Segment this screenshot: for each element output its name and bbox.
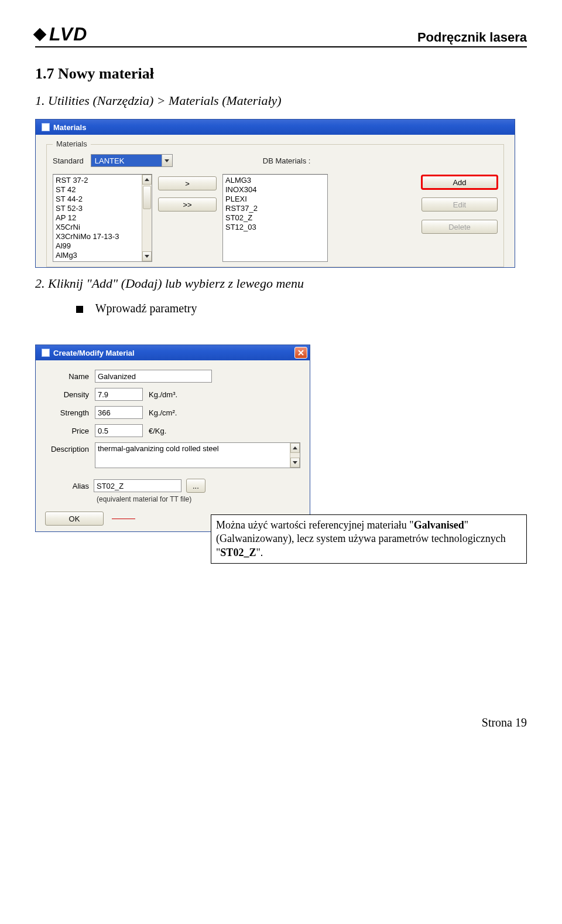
move-all-right-button[interactable]: >>	[158, 197, 217, 212]
bullet-row: Wprowadź parametry	[76, 302, 527, 315]
density-input[interactable]: 7.9	[95, 388, 143, 401]
left-materials-list[interactable]: RST 37-2 ST 42 ST 44-2 ST 52-3 AP 12 X5C…	[53, 174, 152, 262]
list-item[interactable]: ST 52-3	[56, 204, 139, 213]
price-label: Price	[45, 427, 89, 435]
alias-label: Alias	[45, 482, 89, 490]
chevron-down-icon[interactable]	[162, 155, 172, 166]
scroll-thumb[interactable]	[143, 186, 151, 209]
page-number: Strona 19	[35, 716, 527, 729]
list-item[interactable]: RST37_2	[225, 204, 325, 213]
logo-diamond-icon	[33, 28, 47, 41]
window-icon	[42, 349, 50, 357]
move-right-button[interactable]: >	[158, 176, 217, 190]
materials-groupbox: Materials Standard LANTEK DB Materials :…	[46, 144, 504, 267]
doc-title: Podręcznik lasera	[417, 30, 527, 45]
scroll-down-icon[interactable]	[290, 458, 300, 468]
list-item[interactable]: RST 37-2	[56, 176, 139, 185]
delete-button[interactable]: Delete	[422, 220, 498, 234]
window-icon	[42, 123, 50, 131]
equiv-note: (equivalent material for TT file)	[97, 495, 300, 503]
density-unit: Kg./dm³.	[149, 390, 177, 399]
alias-input[interactable]: ST02_Z	[94, 479, 181, 492]
list-item[interactable]: ST02_Z	[225, 213, 325, 223]
ok-button[interactable]: OK	[45, 512, 104, 526]
edit-button[interactable]: Edit	[422, 197, 498, 212]
standard-value: LANTEK	[91, 155, 162, 166]
callout-box: Można użyć wartości referencyjnej materi…	[211, 514, 527, 564]
materials-window: Materials Materials Standard LANTEK DB M…	[35, 119, 515, 268]
materials-titlebar: Materials	[36, 120, 515, 135]
name-input[interactable]: Galvanized	[95, 370, 212, 383]
list-item[interactable]: X5CrNi	[56, 223, 139, 232]
list-item[interactable]: ST 44-2	[56, 195, 139, 204]
list-item[interactable]: INOX304	[225, 185, 325, 195]
list-item[interactable]: ST12_03	[225, 223, 325, 232]
density-label: Density	[45, 390, 89, 399]
right-materials-list[interactable]: ALMG3 INOX304 PLEXI RST37_2 ST02_Z ST12_…	[222, 174, 328, 262]
step-2: 2. Kliknij "Add" (Dodaj) lub wybierz z l…	[35, 276, 527, 291]
list-item[interactable]: X3CrNiMo 17-13-3	[56, 232, 139, 241]
description-input[interactable]: thermal-galvanizing cold rolled steel	[95, 442, 300, 468]
list-item[interactable]: PLEXI	[225, 195, 325, 204]
scroll-up-icon[interactable]	[290, 443, 300, 453]
list-item[interactable]: ALMG3	[225, 176, 325, 185]
name-label: Name	[45, 372, 89, 381]
section-title: 1.7 Nowy materiał	[35, 65, 527, 83]
strength-label: Strength	[45, 408, 89, 417]
close-button[interactable]	[294, 347, 307, 359]
list-item[interactable]: Al99	[56, 241, 139, 251]
list-item[interactable]: ST 42	[56, 185, 139, 195]
scroll-up-icon[interactable]	[142, 175, 152, 185]
price-input[interactable]: 0.5	[95, 424, 143, 437]
strength-input[interactable]: 366	[95, 406, 143, 419]
scrollbar[interactable]	[290, 443, 300, 468]
price-unit: €/Kg.	[149, 427, 166, 435]
strength-unit: Kg./cm².	[149, 408, 177, 417]
standard-label: Standard	[53, 156, 84, 165]
alias-browse-button[interactable]: ...	[186, 479, 205, 493]
materials-title: Materials	[53, 123, 86, 132]
dialog-titlebar: Create/Modify Material	[36, 345, 310, 360]
list-item[interactable]: AP 12	[56, 213, 139, 223]
dialog-title: Create/Modify Material	[53, 349, 135, 357]
logo: LVD	[35, 23, 87, 45]
callout-connector	[112, 519, 135, 519]
description-label: Description	[45, 442, 89, 454]
scroll-down-icon[interactable]	[142, 251, 152, 261]
logo-text: LVD	[49, 23, 87, 45]
scrollbar[interactable]	[142, 175, 152, 261]
standard-combo[interactable]: LANTEK	[91, 154, 173, 167]
step-1: 1. Utilities (Narzędzia) > Materials (Ma…	[35, 93, 527, 108]
list-item[interactable]: AlMg3	[56, 251, 139, 260]
db-materials-label: DB Materials :	[263, 156, 311, 165]
close-icon	[298, 350, 304, 356]
groupbox-legend: Materials	[53, 139, 91, 148]
bullet-icon	[76, 306, 83, 313]
add-button[interactable]: Add	[422, 175, 498, 189]
create-modify-dialog: Create/Modify Material Name Galvanized D…	[35, 345, 310, 532]
bullet-text: Wprowadź parametry	[95, 302, 197, 315]
